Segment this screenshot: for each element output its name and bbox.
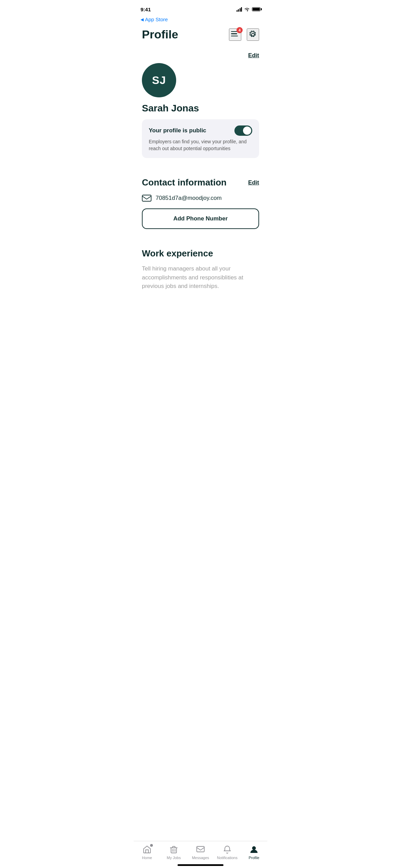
toggle-knob — [243, 126, 251, 135]
status-time: 9:41 — [141, 7, 151, 12]
avatar: SJ — [142, 63, 176, 97]
contact-section-header: Contact information Edit — [142, 177, 259, 188]
signal-icon — [236, 7, 242, 12]
app-store-back[interactable]: App Store — [134, 16, 267, 25]
notification-badge: 4 — [236, 27, 243, 33]
settings-button[interactable] — [247, 28, 259, 41]
contact-section: Contact information Edit 70851d7a@moodjo… — [134, 177, 267, 248]
svg-rect-0 — [142, 195, 151, 201]
profile-section: Edit SJ Sarah Jonas Your profile is publ… — [134, 47, 267, 177]
public-toggle-switch[interactable] — [234, 125, 252, 136]
status-icons — [236, 7, 261, 12]
email-row: 70851d7a@moodjoy.com — [142, 195, 259, 202]
work-experience-description: Tell hiring managers about all your acco… — [142, 264, 259, 291]
notification-list-button[interactable]: 4 — [229, 28, 241, 41]
contact-edit-button[interactable]: Edit — [248, 179, 259, 186]
gear-icon — [248, 30, 258, 39]
profile-edit-button[interactable]: Edit — [248, 52, 259, 59]
add-phone-button[interactable]: Add Phone Number — [142, 208, 259, 229]
contact-section-title: Contact information — [142, 177, 227, 188]
header-actions: 4 — [229, 28, 259, 41]
work-experience-title: Work experience — [142, 248, 259, 259]
user-name: Sarah Jonas — [142, 103, 259, 114]
toggle-description: Employers can find you, view your profil… — [149, 138, 252, 152]
avatar-initials: SJ — [152, 74, 166, 87]
toggle-label: Your profile is public — [149, 127, 206, 134]
page-title: Profile — [142, 28, 178, 41]
email-address: 70851d7a@moodjoy.com — [156, 195, 222, 202]
battery-icon — [252, 7, 260, 11]
profile-edit-row: Edit — [142, 52, 259, 59]
wifi-icon — [244, 7, 250, 12]
work-experience-section: Work experience Tell hiring managers abo… — [134, 248, 267, 325]
status-bar: 9:41 — [134, 0, 267, 16]
page-header: Profile 4 — [134, 25, 267, 47]
email-icon — [142, 195, 151, 202]
public-profile-card: Your profile is public Employers can fin… — [142, 119, 259, 158]
toggle-row: Your profile is public — [149, 125, 252, 136]
